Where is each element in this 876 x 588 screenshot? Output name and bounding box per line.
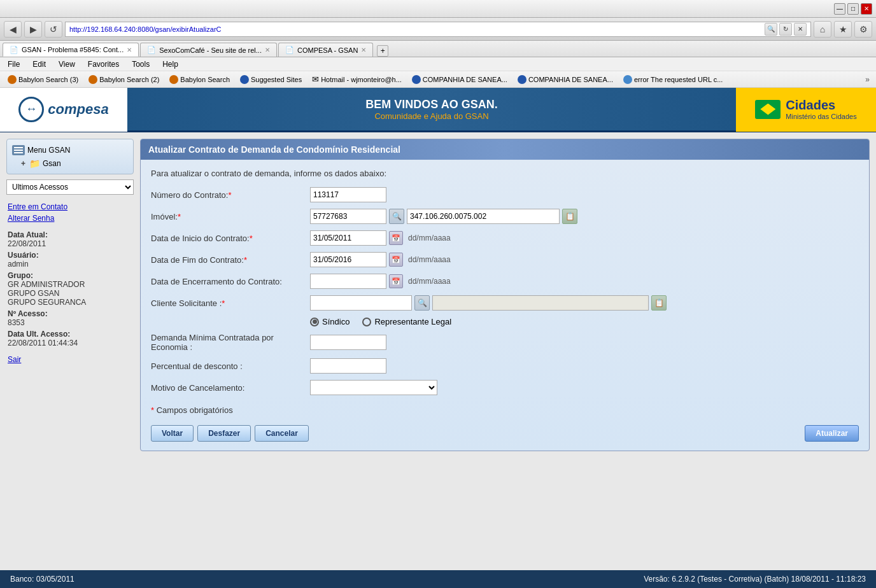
home-button[interactable]: ⌂ — [814, 21, 831, 38]
tab-1-label: SexoComCafé - Seu site de rel... — [159, 46, 262, 54]
refresh-button[interactable]: ↺ — [45, 21, 62, 38]
radio-representante[interactable]: Representante Legal — [362, 317, 451, 326]
sidebar-menu-gsan[interactable]: Menu GSAN — [11, 143, 129, 157]
imovel-copy-button[interactable]: 📋 — [562, 209, 577, 224]
tab-2-close[interactable]: ✕ — [361, 46, 366, 53]
radio-sindico[interactable]: Síndico — [310, 317, 350, 326]
svg-rect-2 — [14, 152, 23, 153]
entre-em-contato-link[interactable]: Entre em Contato — [8, 202, 132, 211]
data-encerramento-input[interactable] — [310, 274, 386, 289]
bookmark-3[interactable]: Suggested Sites — [236, 74, 306, 85]
gsan-header: ↔ compesa BEM VINDOS AO GSAN. Comunidade… — [0, 88, 876, 132]
data-inicio-group: 📅 dd/mm/aaaa — [310, 230, 451, 246]
data-fim-calendar-button[interactable]: 📅 — [389, 253, 403, 267]
svg-rect-0 — [14, 147, 23, 148]
tab-0-close[interactable]: ✕ — [127, 46, 132, 53]
bookmark-7-icon — [623, 75, 632, 84]
bookmark-0-icon — [8, 75, 17, 84]
data-atual-value: 22/08/2011 — [8, 239, 132, 248]
percentual-input[interactable] — [310, 358, 386, 374]
folder-icon: 📁 — [29, 158, 40, 169]
bookmark-4[interactable]: ✉ Hotmail - wjmonteiro@h... — [308, 73, 406, 85]
status-banco: Banco: 03/05/2011 — [10, 575, 74, 584]
bookmark-4-label: Hotmail - wjmonteiro@h... — [321, 76, 402, 83]
sidebar-folder-gsan[interactable]: + 📁 Gsan — [11, 157, 129, 170]
cancelar-button[interactable]: Cancelar — [255, 425, 309, 442]
cidades-subtitle: Ministério das Cidades — [786, 113, 856, 120]
data-fim-label: Data de Fim do Contrato:* — [151, 255, 310, 265]
cliente-search-button[interactable]: 🔍 — [414, 295, 430, 311]
numero-contrato-input[interactable] — [310, 187, 386, 202]
motivo-select[interactable]: Opção 1 Opção 2 — [310, 380, 437, 395]
close-button[interactable]: ✕ — [861, 3, 872, 15]
data-atual-label: Data Atual: — [8, 230, 48, 239]
demanda-input[interactable] — [310, 335, 386, 350]
cliente-name-input[interactable] — [432, 295, 649, 311]
menu-view[interactable]: View — [56, 59, 78, 70]
data-ult-acesso-label: Data Ult. Acesso: — [8, 330, 70, 339]
data-ult-acesso-value: 22/08/2011 01:44:34 — [8, 339, 132, 347]
cidades-logo: Cidades Ministério das Cidades — [755, 98, 856, 120]
tab-2[interactable]: 📄 COMPESA - GSAN ✕ — [278, 43, 373, 57]
sidebar-info: Data Atual: 22/08/2011 Usuário: admin Gr… — [6, 228, 134, 353]
grupo-label: Grupo: — [8, 271, 33, 280]
menu-edit[interactable]: Edit — [30, 59, 48, 70]
voltar-button[interactable]: Voltar — [151, 425, 194, 442]
sidebar-folder-label: Gsan — [43, 159, 61, 168]
menu-favorites[interactable]: Favorites — [85, 59, 122, 70]
cidades-title: Cidades — [786, 98, 856, 113]
forward-button[interactable]: ▶ — [24, 21, 42, 38]
bookmark-5-label: COMPANHIA DE SANEA... — [423, 76, 507, 83]
more-bookmarks[interactable]: » — [863, 74, 872, 85]
refresh-addr-button[interactable]: ↻ — [779, 23, 792, 36]
data-fim-input[interactable] — [310, 252, 386, 267]
back-button[interactable]: ◀ — [4, 21, 22, 38]
form-row-data-encerramento: Data de Encerramento do Contrato: 📅 dd/m… — [151, 274, 859, 289]
stop-button[interactable]: ✕ — [794, 23, 807, 36]
menu-file[interactable]: File — [5, 59, 22, 70]
imovel-address-input[interactable] — [407, 209, 560, 224]
menu-help[interactable]: Help — [160, 59, 181, 70]
status-versao: Versão: 6.2.9.2 (Testes - Corretiva) (Ba… — [644, 575, 866, 584]
new-tab-button[interactable]: + — [377, 45, 388, 57]
bookmark-2-icon — [169, 75, 178, 84]
cliente-group: 🔍 📋 — [310, 295, 667, 311]
bookmark-5[interactable]: COMPANHIA DE SANEA... — [408, 74, 511, 85]
cidades-text: Cidades Ministério das Cidades — [786, 98, 856, 120]
data-inicio-input[interactable] — [310, 230, 386, 246]
imovel-group: 🔍 📋 — [310, 209, 577, 224]
alterar-senha-link[interactable]: Alterar Senha — [8, 214, 132, 223]
minimize-button[interactable]: — — [834, 3, 845, 15]
tab-1-close[interactable]: ✕ — [265, 46, 270, 53]
settings-button[interactable]: ⚙ — [854, 21, 872, 38]
tab-0[interactable]: 📄 GSAN - Problema #5845: Cont... ✕ — [3, 43, 139, 57]
desfazer-button[interactable]: Desfazer — [197, 425, 251, 442]
cliente-label: Cliente Solicitante :* — [151, 298, 310, 308]
sair-container: Sair — [6, 353, 134, 369]
radio-group: Síndico Representante Legal — [151, 317, 859, 326]
search-go-button[interactable]: 🔍 — [765, 23, 777, 36]
bookmark-1[interactable]: Babylon Search (2) — [85, 74, 163, 85]
cliente-copy-button[interactable]: 📋 — [651, 295, 667, 311]
data-inicio-calendar-button[interactable]: 📅 — [389, 231, 403, 245]
favorites-button[interactable]: ★ — [834, 21, 852, 38]
imovel-search-button[interactable]: 🔍 — [389, 209, 404, 224]
atualizar-button[interactable]: Atualizar — [805, 425, 859, 442]
sair-link[interactable]: Sair — [8, 355, 132, 364]
menu-tools[interactable]: Tools — [129, 59, 152, 70]
data-encerramento-calendar-button[interactable]: 📅 — [389, 274, 403, 288]
bookmark-6-label: COMPANHIA DE SANEA... — [528, 76, 613, 83]
bookmark-2-label: Babylon Search — [180, 76, 230, 83]
ultimos-acessos-select[interactable]: Ultimos Acessos — [6, 179, 134, 195]
title-bar: — □ ✕ — [0, 0, 876, 18]
bookmark-2[interactable]: Babylon Search — [166, 74, 234, 85]
imovel-input[interactable] — [310, 209, 386, 224]
btn-group-left: Voltar Desfazer Cancelar — [151, 425, 309, 442]
browser-content: ↔ compesa BEM VINDOS AO GSAN. Comunidade… — [0, 88, 876, 570]
bookmark-6[interactable]: COMPANHIA DE SANEA... — [514, 74, 617, 85]
cliente-input[interactable] — [310, 295, 412, 311]
bookmark-0[interactable]: Babylon Search (3) — [4, 74, 82, 85]
bookmark-7[interactable]: error The requested URL c... — [619, 74, 726, 85]
tab-1[interactable]: 📄 SexoComCafé - Seu site de rel... ✕ — [140, 43, 277, 57]
maximize-button[interactable]: □ — [847, 3, 859, 15]
